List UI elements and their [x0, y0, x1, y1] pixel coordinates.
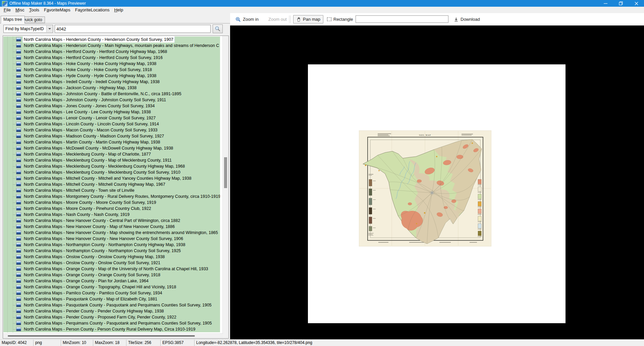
tree-item[interactable]: North Carolina Maps - Lenoir County - Le…	[3, 115, 220, 121]
vertical-scrollbar[interactable]	[222, 36, 228, 338]
tree-item[interactable]: North Carolina Maps - Mecklenburg County…	[3, 157, 220, 163]
map-item-icon	[16, 200, 21, 205]
tree-item[interactable]: North Carolina Maps - Montgomery County …	[3, 193, 220, 199]
menu-favoritemaps[interactable]: FavoriteMaps	[42, 7, 73, 13]
menu-tools[interactable]: Tools	[27, 7, 42, 13]
rectangle-button[interactable]: Rectangle	[324, 15, 356, 23]
close-button[interactable]	[629, 0, 644, 7]
menu-help[interactable]: Help	[112, 7, 125, 13]
dropdown-button[interactable]	[46, 25, 52, 32]
tree-item[interactable]: North Carolina Maps - McDowell County - …	[3, 145, 220, 151]
find-by-dropdown[interactable]: Find by MapsTypeID	[3, 25, 53, 33]
tree-item-label: North Carolina Maps - Mitchell County - …	[23, 175, 193, 181]
tree-item[interactable]: North Carolina Maps - Perquimans County …	[3, 320, 220, 326]
status-panel-6: Longitude=-82.262878, Latitude=35.354336…	[195, 340, 644, 346]
tree-item-label: North Carolina Maps - Person County - Pe…	[23, 326, 196, 332]
map-item-icon	[16, 37, 21, 42]
tree-item[interactable]: North Carolina Maps - Pasquotank County …	[3, 302, 220, 308]
tree-item[interactable]: North Carolina Maps - New Hanover County…	[3, 224, 220, 230]
tree-item[interactable]: North Carolina Maps - Hertford County - …	[3, 49, 220, 55]
tree-item[interactable]: North Carolina Maps - Onslow County - On…	[3, 260, 220, 266]
tree-item[interactable]: North Carolina Maps - Iredell County - I…	[3, 79, 220, 85]
tree-item[interactable]: North Carolina Maps - Lee County - Lee C…	[3, 109, 220, 115]
tree-item[interactable]: North Carolina Maps - Moore County - Pin…	[3, 206, 220, 212]
menu-misc[interactable]: Misc	[13, 7, 27, 13]
restore-button[interactable]	[613, 0, 629, 7]
tree-item[interactable]: North Carolina Maps - Jackson County - H…	[3, 85, 220, 91]
map-item-icon	[16, 261, 21, 265]
tree-item[interactable]: North Carolina Maps - Nash County - Nash…	[3, 212, 220, 218]
tree-item-label: North Carolina Maps - Pender County - Pr…	[23, 314, 177, 320]
tree-item[interactable]: North Carolina Maps - Pasquotank County …	[3, 296, 220, 302]
map-item-icon	[16, 116, 21, 120]
tree-item-label: North Carolina Maps - New Hanover County…	[23, 224, 176, 230]
zoom-in-button[interactable]: Zoom in	[233, 15, 261, 23]
tree-item[interactable]: North Carolina Maps - Pamlico County - P…	[3, 290, 220, 296]
tree-item[interactable]: North Carolina Maps - Onslow County - On…	[3, 254, 220, 260]
map-item-icon	[16, 291, 21, 295]
tree-item[interactable]: North Carolina Maps - Hoke County - Hoke…	[3, 67, 220, 73]
tree-item-label: North Carolina Maps - Hertford County - …	[23, 49, 168, 55]
tree-item[interactable]: North Carolina Maps - Hoke County - Hoke…	[3, 61, 220, 67]
tree-item-label: North Carolina Maps - Henderson County -…	[23, 43, 220, 49]
tree-item[interactable]: North Carolina Maps - Northampton County…	[3, 248, 220, 254]
tree-item[interactable]: North Carolina Maps - Johnston County - …	[3, 97, 220, 103]
minimize-button[interactable]	[598, 0, 613, 7]
tree-item[interactable]: North Carolina Maps - Orange County - Or…	[3, 272, 220, 278]
toolbar-textbox[interactable]	[356, 15, 448, 23]
tree-item[interactable]: North Carolina Maps - Hyde County - Hyde…	[3, 73, 220, 79]
vertical-scrollbar-thumb[interactable]	[224, 157, 227, 188]
menu-favoritelocations[interactable]: FavoriteLocations	[73, 7, 112, 13]
tree-item[interactable]: North Carolina Maps - Mecklenburg County…	[3, 163, 220, 169]
tree-item[interactable]: North Carolina Maps - Hertford County - …	[3, 55, 220, 61]
menu-file[interactable]: File	[1, 7, 13, 13]
tree-item-label: North Carolina Maps - Mecklenburg County…	[23, 163, 186, 169]
tree-item[interactable]: North Carolina Maps - Lincoln County - L…	[3, 121, 220, 127]
map-item-icon	[16, 236, 21, 241]
map-item-icon	[16, 188, 21, 192]
tree-item[interactable]: North Carolina Maps - Mitchell County - …	[3, 181, 220, 187]
tab-maps-tree[interactable]: Maps tree	[1, 16, 25, 23]
tree-item-label: North Carolina Maps - Lee County - Lee C…	[23, 109, 152, 115]
tree-item[interactable]: North Carolina Maps - Madison County - M…	[3, 133, 220, 139]
tree-item-label: North Carolina Maps - Moore County - Moo…	[23, 199, 157, 206]
download-button[interactable]: Download	[451, 15, 483, 23]
tree-item[interactable]: North Carolina Maps - Mitchell County - …	[3, 175, 220, 181]
map-item-icon	[16, 327, 21, 331]
tree-item[interactable]: North Carolina Maps - Northampton County…	[3, 242, 220, 248]
horizontal-scrollbar[interactable]	[3, 333, 223, 338]
tree-item[interactable]: North Carolina Maps - New Hanover County…	[3, 230, 220, 236]
pan-map-button[interactable]: Pan map	[293, 15, 323, 23]
tree-item-label: North Carolina Maps - Moore County - Pin…	[23, 206, 152, 212]
search-button[interactable]	[213, 24, 223, 33]
tree-item[interactable]: North Carolina Maps - Orange County - Pl…	[3, 278, 220, 284]
tree-item[interactable]: North Carolina Maps - Jones County - Jon…	[3, 103, 220, 109]
tree-item[interactable]: North Carolina Maps - Orange County - To…	[3, 284, 220, 290]
zoom-out-button[interactable]: Zoom out	[266, 15, 289, 23]
tree-item[interactable]: North Carolina Maps - Mecklenburg County…	[3, 151, 220, 157]
tree-item[interactable]: North Carolina Maps - Person County - Pe…	[3, 326, 220, 332]
horizontal-scrollbar-thumb[interactable]	[8, 335, 195, 337]
map-item-icon	[16, 98, 21, 102]
maps-tree-list[interactable]: North Carolina Maps - Henderson County -…	[3, 36, 229, 339]
map-item-icon	[16, 170, 21, 174]
tree-item[interactable]: North Carolina Maps - Orange County - Ma…	[3, 266, 220, 272]
tree-item[interactable]: North Carolina Maps - Mitchell County - …	[3, 187, 220, 193]
map-item-icon	[16, 92, 21, 96]
tree-item[interactable]: North Carolina Maps - Johnston County - …	[3, 91, 220, 97]
tree-item[interactable]: North Carolina Maps - Henderson County -…	[3, 37, 220, 43]
tree-item[interactable]: North Carolina Maps - Henderson County -…	[3, 43, 220, 49]
window-title: Offline Map Maker 8.364 - Maps Previewer	[9, 0, 86, 7]
tree-item[interactable]: North Carolina Maps - Pender County - Pr…	[3, 314, 220, 320]
tree-item[interactable]: North Carolina Maps - Moore County - Moo…	[3, 199, 220, 206]
tree-item-label: North Carolina Maps - Orange County - Pl…	[23, 278, 150, 284]
tree-item[interactable]: North Carolina Maps - Pender County - Pe…	[3, 308, 220, 314]
tree-item[interactable]: North Carolina Maps - New Hanover County…	[3, 236, 220, 242]
search-input[interactable]	[55, 25, 211, 33]
tree-item-label: North Carolina Maps - New Hanover County…	[23, 236, 184, 242]
map-canvas[interactable]: SOIL MAP	[230, 25, 644, 339]
tree-item[interactable]: North Carolina Maps - New Hanover County…	[3, 218, 220, 224]
tree-item[interactable]: North Carolina Maps - Martin County - Ma…	[3, 139, 220, 145]
tree-item[interactable]: North Carolina Maps - Mecklenburg County…	[3, 169, 220, 175]
tree-item[interactable]: North Carolina Maps - Macon County - Mac…	[3, 127, 220, 133]
